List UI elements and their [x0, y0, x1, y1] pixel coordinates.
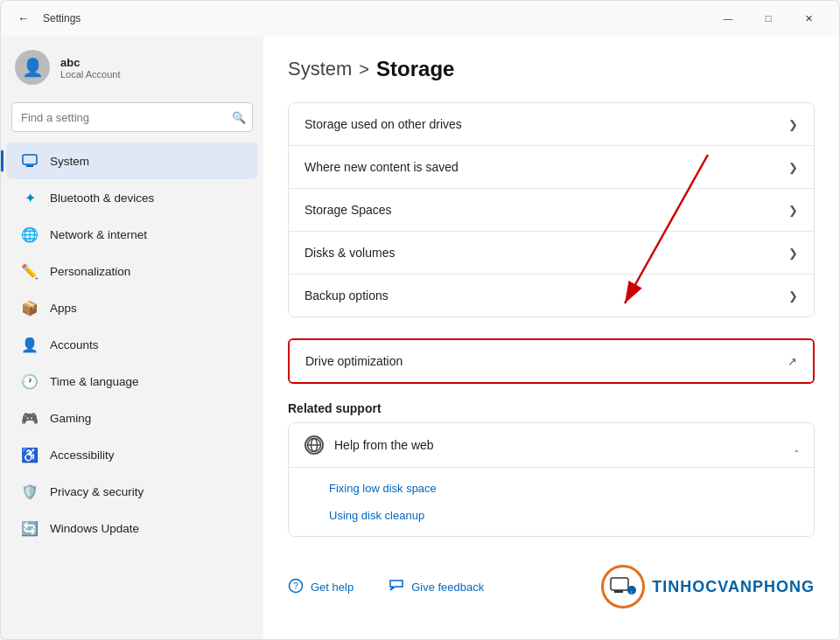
fixing-disk-space-link[interactable]: Fixing low disk space	[329, 475, 798, 502]
storage-spaces-label: Storage Spaces	[304, 203, 392, 217]
backup-options-item[interactable]: Backup options ❯	[289, 275, 814, 317]
footer-actions: ? Get help Give feedback	[288, 558, 815, 609]
bluetooth-icon: ✦	[20, 188, 39, 207]
sidebar-nav: System ✦ Bluetooth & devices 🌐 Network &…	[1, 143, 263, 546]
related-support-section: Related support Help from the we	[288, 401, 815, 537]
user-account-type: Local Account	[60, 69, 121, 80]
support-card: Help from the web ‸ Fixing low disk spac…	[288, 422, 815, 537]
chevron-icon: ❯	[788, 289, 798, 303]
sidebar-item-bluetooth[interactable]: ✦ Bluetooth & devices	[6, 179, 258, 216]
privacy-icon: 🛡️	[20, 482, 39, 501]
svg-rect-10	[614, 590, 623, 593]
chevron-up-icon: ‸	[794, 439, 798, 452]
accessibility-icon: ♿	[20, 445, 39, 464]
apps-icon: 📦	[20, 298, 39, 317]
user-section: 👤 abc Local Account	[1, 36, 263, 102]
disks-volumes-item[interactable]: Disks & volumes ❯	[289, 232, 814, 275]
backup-options-label: Backup options	[304, 289, 388, 303]
sidebar-item-system-label: System	[50, 155, 89, 168]
storage-menu-list: Storage used on other drives ❯ Where new…	[288, 102, 815, 317]
personalization-icon: ✏️	[20, 261, 39, 281]
chevron-icon: ❯	[788, 118, 798, 131]
main-layout: 👤 abc Local Account 🔍	[1, 36, 839, 639]
settings-window: ← Settings — □ ✕ 👤 abc Local Account 🔍	[0, 0, 840, 640]
disks-volumes-label: Disks & volumes	[304, 246, 395, 260]
sidebar-item-time[interactable]: 🕐 Time & language	[6, 363, 258, 400]
help-from-web-header[interactable]: Help from the web ‸	[289, 423, 814, 467]
avatar: 👤	[15, 50, 50, 85]
svg-text:?: ?	[293, 581, 298, 591]
brand-text: TINHOCVANPHONG	[652, 578, 815, 596]
support-links: Fixing low disk space Using disk cleanup	[289, 467, 814, 536]
chevron-icon: ❯	[788, 247, 798, 260]
chevron-icon: ❯	[788, 161, 798, 174]
sidebar-item-network[interactable]: 🌐 Network & internet	[6, 216, 258, 253]
titlebar: ← Settings — □ ✕	[1, 1, 839, 36]
sidebar-item-personalization-label: Personalization	[50, 265, 130, 278]
sidebar: 👤 abc Local Account 🔍	[1, 36, 263, 639]
drive-optimization-label: Drive optimization	[305, 354, 402, 368]
help-icon: ?	[288, 578, 304, 596]
breadcrumb-current: Storage	[376, 57, 454, 81]
sidebar-item-bluetooth-label: Bluetooth & devices	[50, 191, 154, 205]
windows-update-icon: 🔄	[20, 518, 39, 538]
sidebar-item-network-label: Network & internet	[50, 228, 147, 241]
back-button[interactable]: ←	[11, 6, 36, 31]
sidebar-item-time-label: Time & language	[50, 375, 139, 388]
search-box: 🔍	[11, 102, 253, 132]
breadcrumb-parent: System	[288, 58, 352, 80]
give-feedback-label: Give feedback	[411, 581, 484, 594]
storage-spaces-item[interactable]: Storage Spaces ❯	[289, 189, 814, 232]
brand-logo: i	[601, 565, 645, 609]
minimize-button[interactable]: —	[708, 4, 748, 32]
window-title: Settings	[43, 12, 80, 24]
maximize-button[interactable]: □	[748, 4, 788, 32]
search-input[interactable]	[11, 102, 253, 132]
storage-other-drives-label: Storage used on other drives	[304, 117, 462, 131]
sidebar-item-accessibility-label: Accessibility	[50, 449, 115, 462]
user-info: abc Local Account	[60, 56, 121, 80]
window-controls: — □ ✕	[708, 4, 829, 32]
external-link-icon: ↗	[788, 355, 797, 368]
network-icon: 🌐	[20, 225, 39, 244]
svg-rect-9	[611, 578, 628, 590]
content-area: System > Storage	[263, 36, 839, 639]
sidebar-item-gaming[interactable]: 🎮 Gaming	[6, 400, 258, 436]
svg-rect-1	[26, 165, 33, 167]
sidebar-item-accessibility[interactable]: ♿ Accessibility	[6, 436, 258, 473]
disk-cleanup-link[interactable]: Using disk cleanup	[329, 502, 798, 529]
drive-optimization-item[interactable]: Drive optimization ↗	[290, 340, 813, 382]
storage-other-drives-item[interactable]: Storage used on other drives ❯	[289, 103, 814, 146]
sidebar-item-apps-label: Apps	[50, 302, 77, 315]
new-content-saved-label: Where new content is saved	[304, 160, 458, 174]
sidebar-item-windows-update[interactable]: 🔄 Windows Update	[6, 510, 258, 546]
breadcrumb-separator: >	[359, 59, 369, 80]
sidebar-item-system[interactable]: System	[6, 143, 258, 179]
give-feedback-link[interactable]: Give feedback	[388, 578, 484, 596]
sidebar-item-apps[interactable]: 📦 Apps	[6, 289, 258, 326]
chevron-icon: ❯	[788, 204, 798, 217]
sidebar-item-windows-update-label: Windows Update	[50, 522, 139, 535]
sidebar-item-accounts[interactable]: 👤 Accounts	[6, 326, 258, 363]
user-name: abc	[60, 56, 121, 69]
sidebar-item-gaming-label: Gaming	[50, 412, 91, 425]
branding: i TINHOCVANPHONG	[601, 565, 815, 609]
feedback-icon	[388, 578, 404, 596]
content-wrapper: Storage used on other drives ❯ Where new…	[288, 102, 815, 384]
globe-icon	[304, 435, 324, 455]
search-icon: 🔍	[232, 111, 246, 124]
drive-optimization-highlighted: Drive optimization ↗	[288, 338, 815, 384]
close-button[interactable]: ✕	[788, 4, 829, 32]
help-from-web-label: Help from the web	[334, 438, 434, 452]
help-from-web-left: Help from the web	[304, 435, 434, 455]
time-icon: 🕐	[20, 372, 39, 391]
related-support-label: Related support	[288, 401, 815, 415]
sidebar-item-personalization[interactable]: ✏️ Personalization	[6, 253, 258, 289]
get-help-link[interactable]: ? Get help	[288, 578, 354, 596]
page-header: System > Storage	[288, 57, 815, 81]
new-content-saved-item[interactable]: Where new content is saved ❯	[289, 146, 814, 189]
get-help-label: Get help	[311, 581, 354, 594]
sidebar-item-privacy[interactable]: 🛡️ Privacy & security	[6, 473, 258, 510]
sidebar-item-privacy-label: Privacy & security	[50, 485, 144, 498]
sidebar-item-accounts-label: Accounts	[50, 338, 99, 351]
